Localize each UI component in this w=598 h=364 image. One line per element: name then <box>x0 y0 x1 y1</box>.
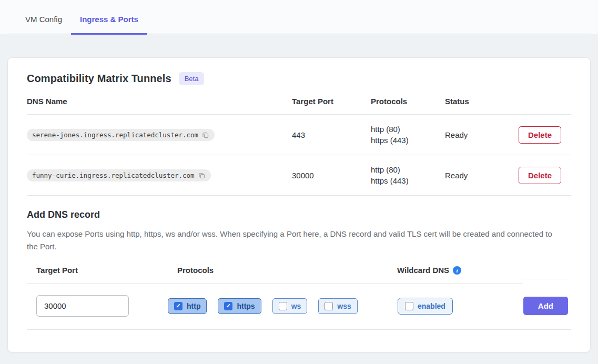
col-header-dns-name: DNS Name <box>27 97 292 106</box>
target-port-input[interactable] <box>36 295 129 317</box>
table-row: serene-jones.ingress.replicatedcluster.c… <box>27 115 571 155</box>
copy-icon[interactable] <box>201 131 209 139</box>
col-header-protocols: Protocols <box>371 97 445 106</box>
dns-name-text: funny-curie.ingress.replicatedcluster.co… <box>32 171 195 179</box>
checkbox-wss[interactable]: wss <box>318 298 357 314</box>
add-dns-form: Target Port Protocols Wildcard DNS i ✓ h… <box>27 266 571 319</box>
checkbox-label: http <box>187 302 200 310</box>
delete-button[interactable]: Delete <box>519 126 561 144</box>
copy-icon[interactable] <box>198 171 206 179</box>
protocols-value: http (80) https (443) <box>371 124 445 146</box>
checkbox-wildcard-enabled[interactable]: enabled <box>398 298 453 315</box>
info-icon[interactable]: i <box>453 266 461 275</box>
checkbox-http[interactable]: ✓ http <box>168 298 207 314</box>
tab-vm-config[interactable]: VM Config <box>16 0 71 35</box>
protocol-checkbox-group: ✓ http ✓ https ws wss <box>168 287 397 316</box>
add-dns-record-description: You can expose Ports using http, https, … <box>27 228 558 253</box>
table-header-row: DNS Name Target Port Protocols Status <box>27 85 571 115</box>
add-dns-record-title: Add DNS record <box>27 209 571 220</box>
protocol-line: http (80) <box>371 124 445 135</box>
protocol-line: https (443) <box>371 175 445 186</box>
card-title: Compatibility Matrix Tunnels <box>27 73 171 85</box>
label-wildcard-dns: Wildcard DNS i <box>397 266 523 284</box>
checkbox-icon: ✓ <box>224 302 232 310</box>
checkbox-https[interactable]: ✓ https <box>218 298 261 314</box>
checkbox-label: wss <box>337 302 351 310</box>
tab-bar: VM Config Ingress & Ports <box>0 0 598 34</box>
dns-name-text: serene-jones.ingress.replicatedcluster.c… <box>32 131 198 139</box>
checkbox-label: enabled <box>418 302 445 310</box>
status-value: Ready <box>445 130 519 139</box>
checkbox-icon: ✓ <box>174 302 183 310</box>
checkbox-icon <box>325 302 333 310</box>
checkbox-label: https <box>237 302 255 310</box>
col-header-status: Status <box>445 97 519 106</box>
label-protocols: Protocols <box>168 266 397 284</box>
tab-ingress-ports[interactable]: Ingress & Ports <box>71 0 147 35</box>
dns-name-value: funny-curie.ingress.replicatedcluster.co… <box>27 169 211 181</box>
tunnels-card: Compatibility Matrix Tunnels Beta DNS Na… <box>7 57 591 352</box>
protocol-line: http (80) <box>371 164 445 175</box>
add-button[interactable]: Add <box>523 297 568 315</box>
target-port-value: 443 <box>292 130 371 139</box>
protocols-value: http (80) https (443) <box>371 164 445 186</box>
target-port-value: 30000 <box>292 171 371 180</box>
delete-button[interactable]: Delete <box>519 167 561 184</box>
dns-name-value: serene-jones.ingress.replicatedcluster.c… <box>27 129 215 141</box>
checkbox-label: ws <box>291 302 301 310</box>
table-row: funny-curie.ingress.replicatedcluster.co… <box>27 155 571 196</box>
label-target-port: Target Port <box>27 266 168 284</box>
card-bottom-divider <box>27 329 571 330</box>
wildcard-dns-label-text: Wildcard DNS <box>397 266 449 275</box>
status-value: Ready <box>445 171 519 180</box>
protocol-line: https (443) <box>371 135 445 146</box>
col-header-target-port: Target Port <box>292 97 371 106</box>
checkbox-ws[interactable]: ws <box>272 298 308 314</box>
checkbox-icon <box>405 302 413 310</box>
beta-badge: Beta <box>179 72 205 85</box>
checkbox-icon <box>279 302 287 310</box>
